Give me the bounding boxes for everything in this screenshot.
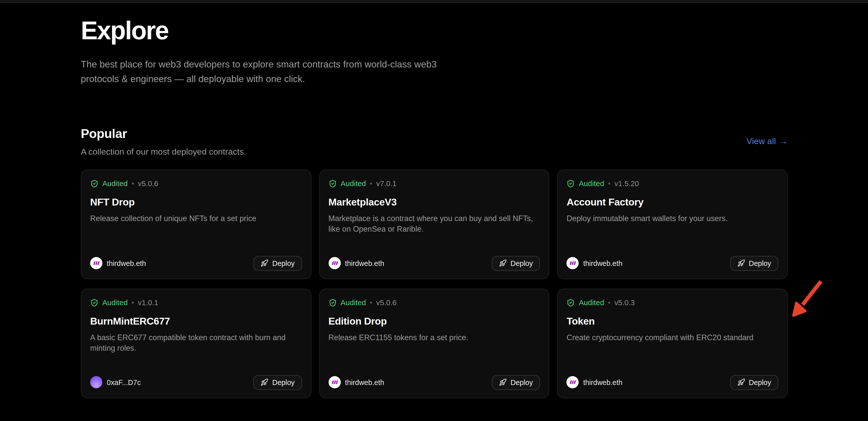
popular-heading: Popular bbox=[81, 126, 246, 141]
deploy-button[interactable]: Deploy bbox=[492, 375, 540, 390]
shield-check-icon bbox=[567, 299, 575, 307]
wallet-avatar bbox=[90, 376, 102, 388]
badge-row: Audited • v5.0.6 bbox=[329, 298, 540, 307]
deploy-label: Deploy bbox=[272, 378, 295, 387]
thirdweb-avatar bbox=[329, 376, 340, 388]
deploy-label: Deploy bbox=[272, 259, 295, 268]
contract-title[interactable]: BurnMintERC677 bbox=[90, 315, 302, 327]
arrow-right-icon: → bbox=[779, 136, 788, 146]
badge-separator: • bbox=[370, 179, 372, 188]
rocket-icon bbox=[261, 378, 269, 386]
deploy-label: Deploy bbox=[749, 378, 771, 387]
publisher[interactable]: 0xaF...D7c bbox=[90, 376, 141, 388]
badge-row: Audited • v5.0.3 bbox=[567, 298, 778, 307]
deploy-button[interactable]: Deploy bbox=[253, 256, 302, 271]
publisher-name: thirdweb.eth bbox=[345, 378, 384, 387]
audited-badge: Audited bbox=[340, 299, 366, 307]
publisher[interactable]: thirdweb.eth bbox=[567, 257, 623, 269]
publisher[interactable]: thirdweb.eth bbox=[329, 376, 384, 388]
shield-check-icon bbox=[329, 299, 337, 307]
shield-check-icon bbox=[329, 179, 337, 188]
rocket-icon bbox=[499, 378, 507, 386]
contract-card-marketplacev3[interactable]: Audited • v7.0.1 MarketplaceV3 Marketpla… bbox=[319, 169, 550, 279]
rocket-icon bbox=[261, 259, 269, 267]
contracts-grid: Audited • v5.0.6 NFT Drop Release collec… bbox=[81, 169, 788, 398]
contract-card-burnminterc677[interactable]: Audited • v1.0.1 BurnMintERC677 A basic … bbox=[81, 288, 311, 398]
deploy-button[interactable]: Deploy bbox=[730, 256, 778, 271]
explore-page: Explore The best place for web3 develope… bbox=[0, 0, 868, 421]
badge-row: Audited • v7.0.1 bbox=[329, 179, 540, 188]
audited-badge: Audited bbox=[579, 179, 604, 188]
shield-check-icon bbox=[567, 179, 575, 188]
contract-title[interactable]: Edition Drop bbox=[329, 315, 540, 327]
contract-card-account-factory[interactable]: Audited • v1.5.20 Account Factory Deploy… bbox=[557, 169, 788, 279]
deploy-button[interactable]: Deploy bbox=[253, 375, 302, 390]
contract-description: A basic ERC677 compatible token contract… bbox=[90, 332, 302, 354]
thirdweb-avatar bbox=[329, 257, 340, 269]
popular-subheading: A collection of our most deployed contra… bbox=[81, 146, 246, 157]
contract-version: v5.0.3 bbox=[615, 299, 635, 307]
card-footer: thirdweb.eth Deploy bbox=[329, 256, 540, 271]
contract-version: v7.0.1 bbox=[376, 179, 397, 188]
shield-check-icon bbox=[90, 299, 99, 307]
contract-description: Release collection of unique NFTs for a … bbox=[90, 213, 302, 224]
contract-description: Marketplace is a contract where you can … bbox=[329, 213, 540, 235]
deploy-label: Deploy bbox=[749, 259, 771, 268]
audited-badge: Audited bbox=[579, 299, 604, 307]
badge-separator: • bbox=[131, 299, 134, 307]
contract-title[interactable]: NFT Drop bbox=[90, 196, 302, 208]
badge-separator: • bbox=[370, 299, 372, 307]
contract-card-edition-drop[interactable]: Audited • v5.0.6 Edition Drop Release ER… bbox=[319, 288, 550, 398]
card-footer: thirdweb.eth Deploy bbox=[567, 256, 778, 271]
contract-description: Deploy immutable smart wallets for your … bbox=[567, 213, 778, 224]
publisher-name: thirdweb.eth bbox=[583, 378, 623, 387]
publisher[interactable]: thirdweb.eth bbox=[567, 376, 623, 388]
badge-separator: • bbox=[608, 179, 611, 188]
card-footer: thirdweb.eth Deploy bbox=[329, 375, 540, 390]
thirdweb-avatar bbox=[567, 376, 579, 388]
card-footer: thirdweb.eth Deploy bbox=[90, 256, 302, 271]
deploy-button[interactable]: Deploy bbox=[730, 375, 778, 390]
publisher-name: 0xaF...D7c bbox=[107, 378, 141, 387]
contract-title[interactable]: Account Factory bbox=[567, 196, 778, 208]
red-annotation-arrow-icon bbox=[784, 275, 835, 326]
main-content: Explore The best place for web3 develope… bbox=[81, 0, 788, 398]
deploy-label: Deploy bbox=[510, 378, 533, 387]
view-all-link[interactable]: View all → bbox=[747, 136, 788, 146]
badge-row: Audited • v1.5.20 bbox=[567, 179, 778, 188]
contract-version: v5.0.6 bbox=[376, 299, 397, 307]
contract-title[interactable]: Token bbox=[567, 315, 778, 327]
contract-card-nft-drop[interactable]: Audited • v5.0.6 NFT Drop Release collec… bbox=[81, 169, 311, 279]
contract-version: v1.5.20 bbox=[615, 179, 639, 188]
contract-title[interactable]: MarketplaceV3 bbox=[329, 196, 540, 208]
badge-separator: • bbox=[131, 179, 134, 188]
popular-heading-block: Popular A collection of our most deploye… bbox=[81, 126, 246, 157]
page-subtitle: The best place for web3 developers to ex… bbox=[81, 57, 460, 86]
rocket-icon bbox=[737, 259, 745, 267]
contract-description: Create cryptocurrency compliant with ERC… bbox=[567, 332, 778, 343]
contract-description: Release ERC1155 tokens for a set price. bbox=[329, 332, 540, 343]
deploy-button[interactable]: Deploy bbox=[492, 256, 540, 271]
publisher[interactable]: thirdweb.eth bbox=[90, 257, 146, 269]
deploy-label: Deploy bbox=[510, 259, 533, 268]
card-footer: 0xaF...D7c Deploy bbox=[90, 375, 302, 390]
shield-check-icon bbox=[90, 179, 99, 188]
badge-separator: • bbox=[608, 299, 611, 307]
contract-version: v1.0.1 bbox=[138, 299, 158, 307]
audited-badge: Audited bbox=[102, 179, 128, 188]
publisher-name: thirdweb.eth bbox=[583, 259, 623, 268]
card-footer: thirdweb.eth Deploy bbox=[567, 375, 778, 390]
view-all-label: View all bbox=[747, 136, 776, 146]
rocket-icon bbox=[737, 378, 745, 386]
badge-row: Audited • v5.0.6 bbox=[90, 179, 302, 188]
publisher-name: thirdweb.eth bbox=[345, 259, 384, 268]
popular-section-header: Popular A collection of our most deploye… bbox=[81, 126, 788, 157]
thirdweb-avatar bbox=[567, 257, 579, 269]
audited-badge: Audited bbox=[102, 299, 128, 307]
publisher-name: thirdweb.eth bbox=[107, 259, 146, 268]
audited-badge: Audited bbox=[340, 179, 366, 188]
publisher[interactable]: thirdweb.eth bbox=[329, 257, 384, 269]
page-title: Explore bbox=[81, 17, 788, 45]
contract-card-token[interactable]: Audited • v5.0.3 Token Create cryptocurr… bbox=[557, 288, 788, 398]
thirdweb-avatar bbox=[90, 257, 102, 269]
